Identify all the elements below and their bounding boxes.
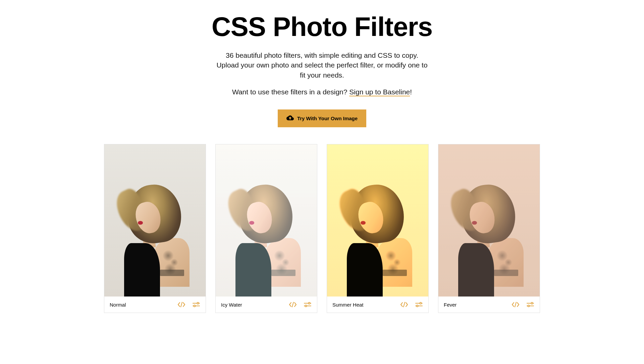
tagline: Want to use these filters in a design? S… (104, 88, 540, 96)
card-actions (512, 301, 534, 308)
filter-name-label: Summer Heat (332, 302, 364, 308)
filter-preview-image[interactable] (327, 144, 428, 297)
card-actions (400, 301, 423, 308)
filter-card: Summer Heat (327, 144, 429, 313)
tagline-suffix: ! (410, 88, 412, 96)
page-description: 36 beautiful photo filters, with simple … (215, 50, 429, 80)
sliders-icon[interactable] (192, 301, 200, 308)
filter-preview-image[interactable] (216, 144, 317, 297)
filter-preview-image[interactable] (104, 144, 206, 297)
sliders-icon[interactable] (526, 301, 534, 308)
svg-point-19 (528, 305, 530, 307)
upload-image-button[interactable]: Try With Your Own Image (278, 109, 366, 127)
filter-name-label: Icy Water (221, 302, 242, 308)
card-actions (289, 301, 312, 308)
svg-line-0 (181, 302, 182, 307)
filter-card: Fever (438, 144, 540, 313)
upload-button-label: Try With Your Own Image (297, 116, 358, 121)
code-icon[interactable] (512, 301, 520, 308)
tagline-prefix: Want to use these filters in a design? (232, 88, 349, 96)
filter-preview-image[interactable] (438, 144, 540, 297)
card-footer: Icy Water (216, 297, 317, 313)
card-footer: Summer Heat (327, 297, 428, 313)
sliders-icon[interactable] (415, 301, 423, 308)
filter-name-label: Normal (110, 302, 126, 308)
svg-point-2 (197, 303, 199, 304)
card-footer: Normal (104, 297, 206, 313)
card-footer: Fever (438, 297, 540, 313)
svg-point-9 (305, 305, 307, 307)
filter-name-label: Fever (444, 302, 457, 308)
svg-point-7 (309, 303, 310, 304)
filter-card: Icy Water (215, 144, 317, 313)
filter-grid: Normal (104, 144, 540, 313)
code-icon[interactable] (289, 301, 297, 308)
filter-card: Normal (104, 144, 206, 313)
sliders-icon[interactable] (304, 301, 312, 308)
svg-point-12 (420, 303, 422, 304)
svg-point-14 (417, 305, 418, 307)
svg-line-10 (404, 302, 405, 307)
header: CSS Photo Filters 36 beautiful photo fil… (104, 13, 540, 127)
card-actions (177, 301, 200, 308)
svg-point-4 (194, 305, 196, 307)
page-title: CSS Photo Filters (104, 13, 540, 40)
cloud-upload-icon (286, 114, 294, 123)
code-icon[interactable] (177, 301, 185, 308)
signup-link[interactable]: Sign up to Baseline (349, 88, 410, 96)
svg-line-15 (515, 302, 516, 307)
svg-line-5 (292, 302, 293, 307)
code-icon[interactable] (400, 301, 408, 308)
svg-point-17 (531, 303, 533, 304)
